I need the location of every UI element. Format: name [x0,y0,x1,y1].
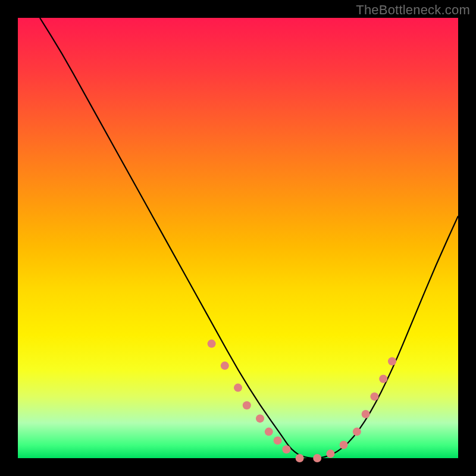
bottleneck-curve [40,18,458,458]
highlight-dot [326,450,334,458]
highlight-dot [340,441,348,449]
highlight-dot [296,454,304,462]
highlight-dot [362,410,370,418]
highlight-dot [379,375,387,383]
highlight-dot [370,392,378,400]
watermark-text: TheBottleneck.com [356,2,470,18]
highlight-dot [221,362,229,370]
highlight-dot [282,445,290,453]
highlight-dots-group [208,340,396,462]
highlight-dot [274,436,282,444]
highlight-dot [313,454,321,462]
highlight-dot [234,384,242,392]
highlight-dot [256,414,264,422]
highlight-dot [208,340,216,348]
highlight-dot [388,357,396,365]
highlight-dot [353,428,361,436]
chart-overlay [18,18,458,458]
highlight-dot [243,401,251,409]
highlight-dot [265,428,273,436]
